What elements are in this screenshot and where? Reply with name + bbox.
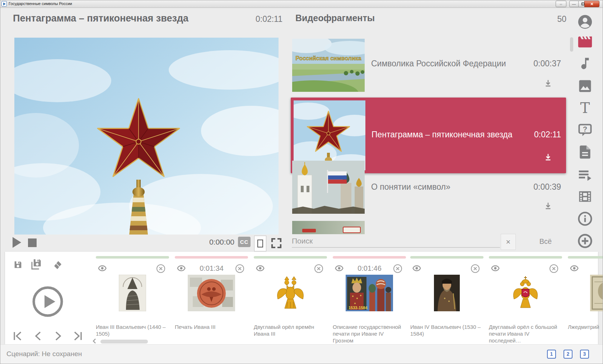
download-icon[interactable] <box>543 79 553 90</box>
remove-cell-icon[interactable] <box>235 264 244 273</box>
cell-progress-bar <box>175 256 248 259</box>
cell-progress-bar <box>568 256 603 259</box>
quiz-help-icon[interactable]: ? <box>576 122 594 140</box>
cell-progress-bar <box>254 256 327 259</box>
text-title-icon[interactable]: T <box>576 100 594 118</box>
fragment-thumbnail-pentagram[interactable] <box>294 100 365 170</box>
remove-cell-icon[interactable] <box>471 264 480 273</box>
cell-caption: Двуглавый орёл с большой печати Ивана IV… <box>489 323 560 344</box>
previous-icon[interactable] <box>33 331 42 343</box>
eye-icon[interactable] <box>256 265 265 272</box>
thumbnail-ivan-iv-portrait[interactable] <box>434 275 460 311</box>
save-icon[interactable] <box>13 260 23 271</box>
scenario-status: Сценарий: Не сохранен <box>6 350 82 358</box>
fragment-thumbnail-partial[interactable] <box>292 221 365 234</box>
fragment-thumbnail-symbolika[interactable]: Российская символика <box>292 39 365 92</box>
cell-progress-bar <box>410 256 483 259</box>
cell-progress-bar <box>333 256 406 259</box>
music-icon[interactable] <box>576 56 594 73</box>
account-icon[interactable] <box>576 14 594 31</box>
fragment-title[interactable]: О понятии «символ» <box>371 182 450 192</box>
closed-captions-button[interactable]: CC <box>238 237 251 247</box>
playlist-icon[interactable] <box>576 166 594 184</box>
cell-caption: Лжедмитрий <box>568 323 602 330</box>
fragment-duration-selected: 0:02:11 <box>520 130 561 140</box>
fragment-duration: 0:00:39 <box>520 182 561 192</box>
images-icon[interactable] <box>576 78 594 95</box>
thumbnail-false-dmitry[interactable] <box>590 275 603 311</box>
fragment-title[interactable]: Символика Российской Федерации <box>371 59 506 68</box>
fragment-title-selected[interactable]: Пентаграмма – пятиконечная звезда <box>371 130 513 140</box>
svg-text:?: ? <box>583 125 587 133</box>
status-bar <box>0 344 603 364</box>
cell-progress-bar <box>489 256 562 259</box>
thumbnail-ivan-iv-seal-description[interactable]: 1533-1584 <box>346 275 393 311</box>
next-icon[interactable] <box>54 331 63 343</box>
list-scrollbar[interactable] <box>570 37 573 52</box>
cell-time: 0:01:46 <box>349 264 390 273</box>
thumb-caption-text: Российская символика <box>295 55 361 61</box>
eye-icon[interactable] <box>335 265 343 272</box>
info-icon[interactable] <box>576 211 594 228</box>
fragments-list-header: Видеофрагменты <box>295 13 375 23</box>
download-icon[interactable] <box>543 153 553 164</box>
thumb-years-text: 1533-1584 <box>349 306 368 310</box>
cell-progress-bar <box>96 256 169 259</box>
fragment-duration: 0:00:37 <box>520 59 561 68</box>
page-2-button[interactable]: 2 <box>564 350 572 359</box>
download-icon[interactable] <box>543 202 553 212</box>
minimize-button[interactable]: — <box>569 1 579 7</box>
resize-window-button[interactable]: ⇔ <box>556 1 566 7</box>
current-video-duration: 0:02:11 <box>230 14 282 24</box>
cell-caption: Иван IV Васильевич (1530 – 1584) <box>410 323 481 337</box>
cell-caption: Печать Ивана III <box>175 323 246 330</box>
skip-last-icon[interactable] <box>73 331 83 343</box>
remove-cell-icon[interactable] <box>314 264 323 273</box>
search-input[interactable] <box>292 235 500 248</box>
remove-cell-icon[interactable] <box>549 264 558 273</box>
thumbnail-ivan-iii-seal[interactable] <box>188 275 235 311</box>
aspect-frame-button[interactable] <box>254 236 266 251</box>
cell-caption: Описание государственной печати при Иван… <box>333 323 404 344</box>
fragments-count: 50 <box>538 14 566 24</box>
close-button[interactable]: ✕ <box>584 1 599 7</box>
thumbnail-double-eagle-ivan-iii[interactable] <box>273 275 308 311</box>
add-icon[interactable] <box>576 233 594 250</box>
page-1-button[interactable]: 1 <box>547 350 556 359</box>
cell-caption: Двуглавый орёл времён Ивана III <box>254 323 325 337</box>
eraser-icon[interactable] <box>52 260 63 271</box>
play-button[interactable] <box>12 237 22 248</box>
preview-play-button[interactable] <box>32 285 64 318</box>
scroll-left-icon[interactable] <box>91 338 98 344</box>
eye-icon[interactable] <box>98 265 107 272</box>
window-title: Государственные символы России <box>9 1 72 6</box>
timeline-scrollbar[interactable] <box>100 340 148 344</box>
document-icon[interactable] <box>576 144 594 161</box>
svg-text:T: T <box>580 100 590 116</box>
fullscreen-icon[interactable] <box>270 237 283 250</box>
current-time: 0:00:00 <box>200 238 234 246</box>
skip-first-icon[interactable] <box>12 331 23 343</box>
eye-icon[interactable] <box>177 265 186 272</box>
eye-icon[interactable] <box>491 265 500 272</box>
video-frame[interactable] <box>14 38 279 235</box>
thumbnail-ivan-iii-portrait[interactable] <box>119 275 146 311</box>
title-bar: Государственные символы России ⇔ — ✕ <box>0 0 603 8</box>
save-all-icon[interactable] <box>30 257 43 272</box>
thumbnail-double-eagle-ivan-iv[interactable] <box>510 275 541 311</box>
app-icon <box>1 1 7 6</box>
fragment-thumbnail-symbol[interactable] <box>292 161 365 214</box>
cell-caption: Иван III Васильевич (1440 – 1505) <box>96 323 167 337</box>
eye-icon[interactable] <box>412 265 421 272</box>
cell-time: 0:01:34 <box>191 264 232 273</box>
remove-cell-icon[interactable] <box>156 264 165 273</box>
remove-cell-icon[interactable] <box>393 264 402 273</box>
filmstrip-icon[interactable] <box>576 189 594 206</box>
current-video-title: Пентаграмма – пятиконечная звезда <box>13 13 188 24</box>
page-3-button[interactable]: 3 <box>580 350 589 359</box>
video-fragments-icon[interactable] <box>576 34 594 51</box>
stop-button[interactable] <box>28 238 37 247</box>
filter-all-dropdown[interactable]: Всё <box>531 237 560 246</box>
search-clear-icon[interactable]: × <box>501 234 516 250</box>
eye-icon[interactable] <box>570 265 579 272</box>
